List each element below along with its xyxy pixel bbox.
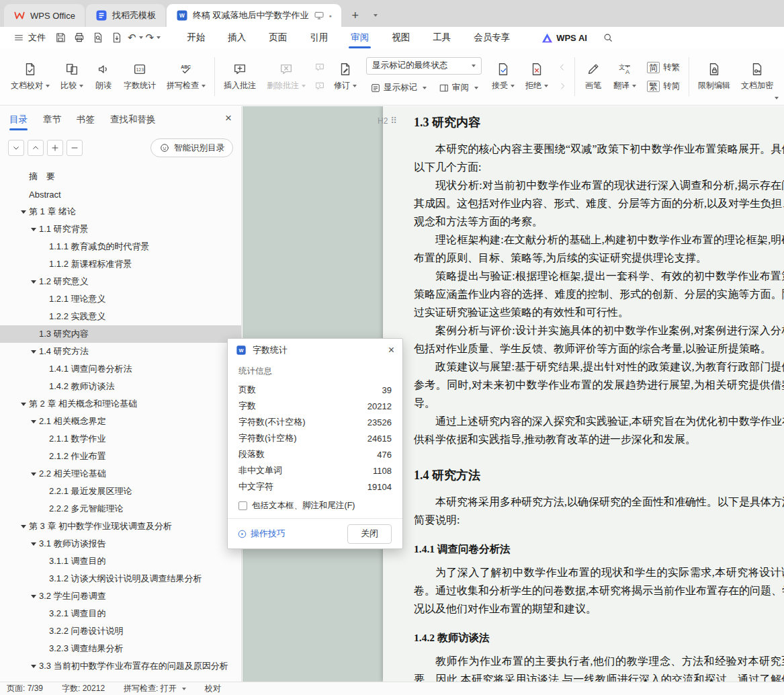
toc-item[interactable]: 3.3.1 现状及存在的问题 bbox=[0, 675, 241, 676]
close-pane-button[interactable]: × bbox=[225, 112, 232, 125]
insert-comment-button[interactable]: 插入批注 bbox=[218, 58, 261, 95]
save-button[interactable] bbox=[52, 30, 69, 46]
menu-tab-0[interactable]: 开始 bbox=[175, 27, 216, 48]
expand-caret-icon[interactable] bbox=[21, 403, 26, 406]
zoom-out-button[interactable] bbox=[67, 140, 83, 156]
ribbon-collapse-button[interactable] bbox=[772, 90, 779, 102]
print-preview-button[interactable] bbox=[89, 30, 107, 46]
zoom-in-button[interactable] bbox=[47, 140, 63, 156]
spellcheck-indicator[interactable]: 拼写检查: 打开 bbox=[124, 683, 186, 694]
proofread-indicator[interactable]: 校对 bbox=[205, 683, 221, 694]
toc-item[interactable]: 1.2.2 实践意义 bbox=[0, 308, 241, 325]
toc-item[interactable]: 第 3 章 初中数学作业现状调查及分析 bbox=[0, 518, 241, 535]
redo-button[interactable]: ↷ bbox=[146, 32, 161, 44]
toc-item[interactable]: 1.1.1 教育减负的时代背景 bbox=[0, 238, 241, 255]
file-menu-button[interactable]: 文件 bbox=[8, 27, 51, 48]
toc-item[interactable]: 2.1 相关概念界定 bbox=[0, 413, 241, 430]
expand-caret-icon[interactable] bbox=[31, 420, 36, 423]
to-simplified-button[interactable]: 繁 转简 bbox=[644, 79, 683, 93]
prev-comment-button[interactable] bbox=[312, 60, 327, 74]
toc-item[interactable]: 3.2.3 调查结果分析 bbox=[0, 640, 241, 657]
pen-button[interactable]: 画笔 bbox=[578, 58, 608, 95]
tab-docer-templates[interactable]: 找稻壳模板 bbox=[86, 4, 165, 27]
toc-item[interactable]: 1.4.2 教师访谈法 bbox=[0, 378, 241, 395]
toc-item[interactable]: 1.3 研究内容 bbox=[0, 325, 241, 343]
toc-item[interactable]: 3.1.2 访谈大纲设计说明及调查结果分析 bbox=[0, 570, 241, 587]
dialog-titlebar[interactable]: W 字数统计 × bbox=[228, 339, 402, 362]
heading-marker[interactable]: H2 ⠿ bbox=[378, 116, 396, 126]
prev-revision-button[interactable] bbox=[555, 60, 570, 74]
toc-item[interactable]: 第 2 章 相关概念和理论基础 bbox=[0, 395, 241, 413]
wps-ai-button[interactable]: WPS AI bbox=[541, 33, 587, 43]
checkbox-icon[interactable] bbox=[238, 501, 247, 510]
expand-caret-icon[interactable] bbox=[21, 525, 26, 528]
accept-button[interactable]: 接受 bbox=[486, 58, 520, 95]
export-pdf-button[interactable] bbox=[108, 30, 126, 46]
toc-item[interactable]: 3.2.1 调查目的 bbox=[0, 605, 241, 622]
toc-item[interactable]: 3.3 当前初中数学作业布置存在的问题及原因分析 bbox=[0, 657, 241, 675]
menu-tab-6[interactable]: 工具 bbox=[421, 27, 462, 48]
print-button[interactable] bbox=[71, 30, 88, 46]
expand-caret-icon[interactable] bbox=[31, 595, 36, 598]
encrypt-button[interactable]: 文档加密 bbox=[736, 58, 779, 95]
new-tab-button[interactable]: + bbox=[347, 7, 364, 24]
tab-document[interactable]: W 终稿 双减落地后中学数学作业 ● bbox=[167, 4, 341, 27]
delete-comment-button[interactable]: 删除批注 bbox=[261, 58, 311, 95]
compare-button[interactable]: 比较 bbox=[55, 58, 89, 95]
reject-button[interactable]: 拒绝 bbox=[520, 58, 554, 95]
tab-wps-office[interactable]: WPS Office bbox=[4, 4, 85, 27]
menu-tab-7[interactable]: 会员专享 bbox=[462, 27, 521, 48]
document-page[interactable]: H2 ⠿ 1.3 研究内容本研究的核心内容主要围绕“双减”政策下初中数学作业布置… bbox=[383, 106, 784, 682]
dialog-close-button[interactable]: × bbox=[388, 344, 394, 356]
toc-item[interactable]: 1.1 研究背景 bbox=[0, 220, 241, 238]
smart-toc-button[interactable]: 智能识别目录 bbox=[150, 138, 233, 157]
expand-caret-icon[interactable] bbox=[31, 473, 36, 476]
close-dialog-button[interactable]: 关闭 bbox=[347, 524, 392, 544]
spell-check-button[interactable]: ABC 拼写检查 bbox=[161, 58, 211, 95]
expand-caret-icon[interactable] bbox=[31, 542, 36, 546]
undo-button[interactable]: ↶ bbox=[128, 32, 143, 44]
word-count-indicator[interactable]: 字数: 20212 bbox=[62, 683, 105, 694]
track-changes-button[interactable]: 修订 bbox=[329, 58, 362, 95]
toc-item[interactable]: 2.2 相关理论基础 bbox=[0, 465, 241, 483]
tips-link[interactable]: 操作技巧 bbox=[237, 528, 286, 540]
menu-tab-5[interactable]: 视图 bbox=[380, 27, 421, 48]
expand-caret-icon[interactable] bbox=[31, 228, 36, 231]
word-count-button[interactable]: 123 字数统计 bbox=[118, 58, 161, 95]
toc-item[interactable]: 摘 要 bbox=[0, 168, 241, 186]
next-comment-button[interactable] bbox=[312, 79, 327, 93]
menu-tab-3[interactable]: 引用 bbox=[298, 27, 339, 48]
toc-item[interactable]: 2.1.1 数学作业 bbox=[0, 430, 241, 448]
next-revision-button[interactable] bbox=[555, 79, 570, 93]
tab-list-button[interactable] bbox=[365, 7, 383, 24]
show-markup-button[interactable]: 显示标记 bbox=[366, 79, 431, 97]
collapse-all-button[interactable] bbox=[8, 140, 24, 156]
restrict-edit-button[interactable]: 限制编辑 bbox=[693, 58, 736, 95]
sidebar-tab-0[interactable]: 目录 bbox=[9, 106, 28, 133]
toc-item[interactable]: 1.4.1 调查问卷分析法 bbox=[0, 360, 241, 378]
toc-item[interactable]: 第 1 章 绪论 bbox=[0, 203, 241, 220]
expand-all-button[interactable] bbox=[28, 140, 44, 156]
toc-item[interactable]: 3.2 学生问卷调查 bbox=[0, 587, 241, 605]
sidebar-tab-2[interactable]: 书签 bbox=[77, 106, 95, 133]
markup-state-select[interactable]: 显示标记的最终状态 bbox=[366, 57, 482, 75]
review-pane-button[interactable]: 审阅 bbox=[435, 79, 482, 97]
toc-item[interactable]: 2.1.2 作业布置 bbox=[0, 448, 241, 465]
sidebar-tab-3[interactable]: 查找和替换 bbox=[110, 106, 156, 133]
menu-tab-2[interactable]: 页面 bbox=[257, 27, 298, 48]
proofread-button[interactable]: 文档校对 bbox=[5, 58, 55, 95]
translate-button[interactable]: 文A 翻译 bbox=[608, 58, 642, 95]
toc-item[interactable]: 1.4 研究方法 bbox=[0, 343, 241, 360]
toc-item[interactable]: 3.1.1 调查目的 bbox=[0, 553, 241, 570]
expand-caret-icon[interactable] bbox=[21, 210, 26, 214]
expand-caret-icon[interactable] bbox=[31, 350, 36, 354]
toc-item[interactable]: 3.1 教师访谈报告 bbox=[0, 535, 241, 553]
menu-tab-4[interactable]: 审阅 bbox=[339, 27, 380, 48]
toc-item[interactable]: 2.2.1 最近发展区理论 bbox=[0, 483, 241, 500]
toc-item[interactable]: 3.2.2 问卷设计说明 bbox=[0, 622, 241, 640]
toc-item[interactable]: 1.2 研究意义 bbox=[0, 273, 241, 290]
toc-item[interactable]: 2.2.2 多元智能理论 bbox=[0, 500, 241, 518]
drag-handle-icon[interactable]: ⠿ bbox=[390, 116, 396, 126]
expand-caret-icon[interactable] bbox=[31, 665, 36, 668]
to-traditional-button[interactable]: 简 转繁 bbox=[644, 60, 683, 75]
